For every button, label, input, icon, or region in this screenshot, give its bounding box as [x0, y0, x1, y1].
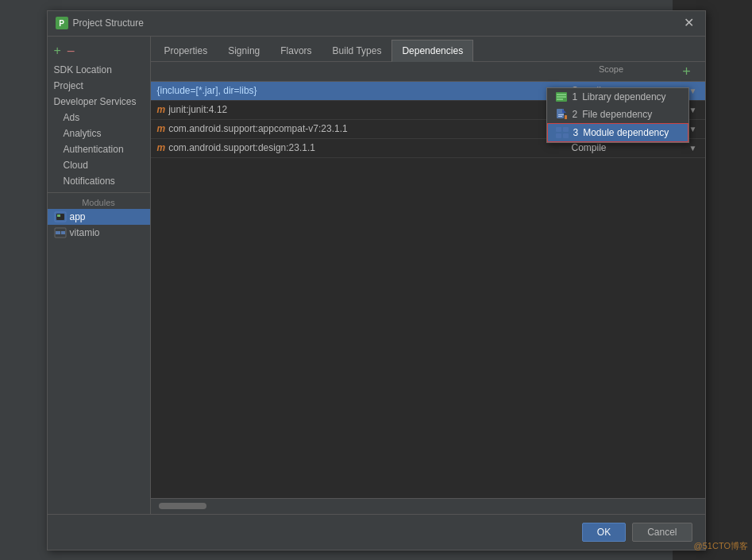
dep-name-header: [157, 64, 548, 79]
scope-dropdown-icon[interactable]: ▼: [688, 85, 699, 96]
sidebar-toolbar: + –: [48, 43, 150, 62]
sidebar-item-cloud[interactable]: Cloud: [48, 157, 150, 173]
dep-entry-name: com.android.support:appcompat-v7:23.1.1: [168, 123, 347, 134]
dialog-footer: OK Cancel: [48, 514, 705, 550]
modules-divider: Modules: [48, 192, 150, 209]
scrollbar-thumb[interactable]: [159, 503, 206, 509]
dep-scope-header: Scope: [548, 64, 675, 79]
svg-rect-14: [565, 115, 567, 119]
dep-row-name: {include=[*.jar], dir=libs}: [157, 85, 572, 96]
watermark: @51CTO博客: [694, 540, 748, 552]
app-module-icon: [54, 211, 67, 222]
dialog-title: Project Structure: [73, 17, 144, 29]
tab-dependencies[interactable]: Dependencies: [391, 40, 473, 62]
sidebar-item-analytics[interactable]: Analytics: [48, 126, 150, 141]
scope-text: Compile: [572, 142, 686, 153]
dep-row-name: m com.android.support:appcompat-v7:23.1.…: [157, 123, 572, 134]
dep-table-header: Scope +: [151, 62, 705, 82]
file-icon: [555, 109, 568, 120]
tab-signing[interactable]: Signing: [218, 40, 270, 61]
sidebar-item-app[interactable]: app: [48, 209, 150, 225]
sidebar-item-authentication[interactable]: Authentication: [48, 141, 150, 157]
sidebar-item-project[interactable]: Project: [48, 78, 150, 94]
sidebar-item-vitamio[interactable]: vitamio: [48, 225, 150, 241]
svg-rect-2: [57, 214, 60, 217]
popup-number: 2: [573, 109, 578, 120]
dep-add-button[interactable]: +: [679, 64, 694, 79]
ok-button[interactable]: OK: [582, 523, 626, 542]
svg-rect-15: [556, 127, 561, 132]
m-badge: m: [157, 123, 166, 134]
dep-table: {include=[*.jar], dir=libs} Compile ▼ m …: [151, 82, 705, 498]
title-bar-left: P Project Structure: [56, 17, 144, 29]
svg-rect-5: [61, 231, 65, 234]
module-icon: [556, 127, 569, 138]
close-button[interactable]: ✕: [681, 17, 697, 29]
project-structure-dialog: P Project Structure ✕ + – SDK Location P…: [47, 10, 706, 550]
library-icon: [555, 91, 568, 102]
svg-rect-4: [56, 231, 60, 234]
svg-marker-11: [562, 109, 566, 113]
tabs-bar: Properties Signing Flavors Build Types D…: [151, 37, 705, 62]
popup-item-library[interactable]: 1 Library dependency: [547, 88, 688, 106]
popup-number: 3: [573, 127, 579, 138]
popup-number: 1: [573, 91, 578, 102]
tab-properties[interactable]: Properties: [154, 40, 218, 61]
sidebar: + – SDK Location Project Developer Servi…: [48, 37, 151, 514]
popup-item-module[interactable]: 3 Module dependency: [547, 123, 688, 142]
sidebar-item-ads[interactable]: Ads: [48, 110, 150, 126]
svg-rect-18: [563, 133, 569, 138]
m-badge: m: [157, 104, 166, 115]
app-icon: P: [56, 17, 68, 29]
sidebar-item-developer-services[interactable]: Developer Services: [48, 94, 150, 110]
svg-rect-9: [557, 98, 563, 100]
popup-item-file[interactable]: 2 File dependency: [547, 106, 688, 123]
dep-scope-cell: Compile ▼: [572, 142, 699, 153]
scope-dropdown-icon[interactable]: ▼: [688, 104, 699, 115]
sidebar-item-sdk-location[interactable]: SDK Location: [48, 62, 150, 78]
popup-label: Library dependency: [582, 91, 665, 102]
popup-label: Module dependency: [583, 127, 669, 138]
sidebar-add-button[interactable]: +: [54, 44, 61, 57]
sidebar-item-notifications[interactable]: Notifications: [48, 173, 150, 189]
svg-rect-16: [563, 127, 569, 132]
scope-dropdown-icon[interactable]: ▼: [688, 142, 699, 153]
dep-scrollbar: [151, 498, 705, 514]
tab-flavors[interactable]: Flavors: [270, 40, 322, 61]
svg-rect-7: [557, 94, 566, 95]
add-dependency-popup: 1 Library dependency 2 File dependency: [546, 87, 689, 143]
dep-row-name: m com.android.support:design:23.1.1: [157, 142, 572, 153]
title-bar: P Project Structure ✕: [48, 11, 705, 37]
m-badge: m: [157, 142, 166, 153]
svg-rect-12: [558, 114, 564, 115]
dep-entry-name: junit:junit:4.12: [168, 104, 227, 115]
svg-rect-17: [556, 133, 561, 138]
svg-rect-8: [557, 96, 566, 98]
dep-entry-name: com.android.support:design:23.1.1: [168, 142, 315, 153]
scope-dropdown-icon[interactable]: ▼: [688, 123, 699, 134]
vitamio-module-icon: [54, 227, 67, 238]
svg-rect-13: [558, 116, 562, 117]
dep-entry-name: {include=[*.jar], dir=libs}: [157, 85, 257, 96]
dep-row-name: m junit:junit:4.12: [157, 104, 572, 115]
sidebar-remove-button[interactable]: –: [67, 44, 75, 57]
cancel-button[interactable]: Cancel: [632, 523, 692, 542]
popup-label: File dependency: [582, 109, 652, 120]
tab-build-types[interactable]: Build Types: [322, 40, 392, 61]
